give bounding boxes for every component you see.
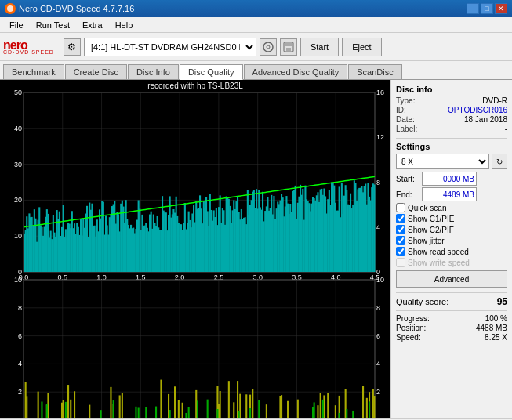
divider-3	[396, 310, 507, 311]
date-value: 18 Jan 2018	[464, 115, 507, 124]
type-row: Type: DVD-R	[396, 96, 507, 105]
progress-label: Progress:	[396, 314, 430, 323]
advanced-button[interactable]: Advanced	[396, 270, 507, 288]
svg-point-2	[267, 45, 270, 49]
start-mb-row: Start:	[396, 172, 507, 186]
id-row: ID: OPTODISCR016	[396, 106, 507, 114]
show-c1-checkbox[interactable]	[396, 214, 405, 223]
tab-disc-info[interactable]: Disc Info	[128, 64, 179, 79]
end-input[interactable]	[422, 187, 477, 201]
settings-title: Settings	[396, 142, 507, 151]
menu-extra[interactable]: Extra	[76, 19, 109, 31]
tab-create-disc[interactable]: Create Disc	[65, 64, 127, 79]
drive-selector[interactable]: [4:1] HL-DT-ST DVDRAM GH24NSD0 LH00	[84, 38, 256, 56]
svg-rect-5	[286, 48, 291, 51]
settings-refresh-icon[interactable]: ↻	[492, 154, 507, 169]
quality-score-row: Quality score: 95	[396, 296, 507, 307]
tabs-bar: Benchmark Create Disc Disc Info Disc Qua…	[0, 61, 512, 80]
properties-icon[interactable]: ⚙	[64, 38, 81, 56]
chart-title: recorded with hp TS-LB23L	[0, 81, 390, 90]
show-jitter-row: Show jitter	[396, 236, 507, 245]
speed-row: 8 X ↻	[396, 154, 507, 169]
progress-value: 100 %	[485, 314, 507, 323]
app-icon	[5, 3, 16, 14]
tab-disc-quality[interactable]: Disc Quality	[180, 64, 243, 80]
quality-score-value: 95	[497, 296, 507, 307]
menu-file[interactable]: File	[3, 19, 30, 31]
show-read-speed-row: Show read speed	[396, 247, 507, 256]
tab-advanced-disc-quality[interactable]: Advanced Disc Quality	[244, 64, 348, 79]
show-read-speed-checkbox[interactable]	[396, 247, 405, 256]
maximize-button[interactable]: □	[481, 3, 493, 14]
id-label: ID:	[396, 106, 406, 114]
divider-2	[396, 292, 507, 293]
disc-label-value: -	[505, 125, 507, 133]
toolbar: nero CD-DVD SPEED ⚙ [4:1] HL-DT-ST DVDRA…	[0, 33, 512, 61]
main-content: recorded with hp TS-LB23L Disc info Type…	[0, 80, 512, 418]
speed-label: Speed:	[396, 333, 421, 342]
start-input[interactable]	[422, 172, 477, 186]
type-label: Type:	[396, 96, 415, 105]
disc-info-section: Disc info Type: DVD-R ID: OPTODISCR016 D…	[396, 85, 507, 133]
show-c2-label[interactable]: Show C2/PIF	[408, 226, 454, 234]
date-label: Date:	[396, 115, 415, 124]
type-value: DVD-R	[482, 96, 507, 105]
tab-scan-disc[interactable]: ScanDisc	[348, 64, 401, 79]
quick-scan-row: Quick scan	[396, 203, 507, 212]
nero-logo: nero CD-DVD SPEED	[3, 38, 54, 55]
save-icon[interactable]	[280, 38, 297, 56]
menu-run-test[interactable]: Run Test	[30, 19, 76, 31]
quick-scan-checkbox[interactable]	[396, 203, 405, 212]
close-button[interactable]: ✕	[495, 3, 507, 14]
speed-selector[interactable]: 8 X	[396, 154, 489, 169]
chart-area: recorded with hp TS-LB23L	[0, 80, 390, 418]
start-label: Start:	[396, 175, 419, 183]
progress-row: Progress: 100 %	[396, 314, 507, 323]
divider-1	[396, 138, 507, 139]
main-chart	[2, 81, 390, 418]
show-jitter-label[interactable]: Show jitter	[408, 237, 445, 245]
menu-bar: File Run Test Extra Help	[0, 17, 512, 33]
show-c1-row: Show C1/PIE	[396, 214, 507, 223]
label-row: Label: -	[396, 125, 507, 133]
svg-point-0	[7, 5, 13, 12]
settings-section: Settings 8 X ↻ Start: End: Quick scan	[396, 142, 507, 288]
svg-rect-4	[285, 42, 292, 46]
minimize-button[interactable]: —	[467, 3, 479, 14]
menu-help[interactable]: Help	[109, 19, 140, 31]
disc-icon[interactable]	[260, 38, 277, 56]
title-bar-text: Nero CD-DVD Speed 4.7.7.16	[19, 4, 134, 13]
tab-benchmark[interactable]: Benchmark	[3, 64, 64, 79]
id-value: OPTODISCR016	[448, 106, 507, 114]
disc-label-label: Label:	[396, 125, 417, 133]
disc-info-title: Disc info	[396, 85, 507, 94]
speed-row-prog: Speed: 8.25 X	[396, 333, 507, 342]
speed-value: 8.25 X	[485, 333, 507, 342]
start-button[interactable]: Start	[300, 38, 339, 56]
end-mb-row: End:	[396, 187, 507, 201]
show-c2-checkbox[interactable]	[396, 225, 405, 234]
show-jitter-checkbox[interactable]	[396, 236, 405, 245]
show-write-speed-checkbox[interactable]	[396, 258, 405, 267]
show-c2-row: Show C2/PIF	[396, 225, 507, 234]
position-row: Position: 4488 MB	[396, 324, 507, 332]
date-row: Date: 18 Jan 2018	[396, 115, 507, 124]
show-write-speed-label[interactable]: Show write speed	[408, 259, 470, 267]
position-label: Position:	[396, 324, 426, 332]
svg-point-1	[263, 42, 273, 52]
show-read-speed-label[interactable]: Show read speed	[408, 248, 469, 256]
show-write-speed-row: Show write speed	[396, 258, 507, 267]
eject-button[interactable]: Eject	[342, 38, 381, 56]
quick-scan-label[interactable]: Quick scan	[408, 204, 446, 212]
show-c1-label[interactable]: Show C1/PIE	[408, 215, 454, 223]
right-panel: Disc info Type: DVD-R ID: OPTODISCR016 D…	[390, 80, 512, 418]
window-controls: — □ ✕	[467, 3, 507, 14]
title-bar: Nero CD-DVD Speed 4.7.7.16 — □ ✕	[0, 0, 512, 17]
position-value: 4488 MB	[476, 324, 507, 332]
quality-score-label: Quality score:	[396, 297, 448, 306]
end-label: End:	[396, 190, 419, 199]
